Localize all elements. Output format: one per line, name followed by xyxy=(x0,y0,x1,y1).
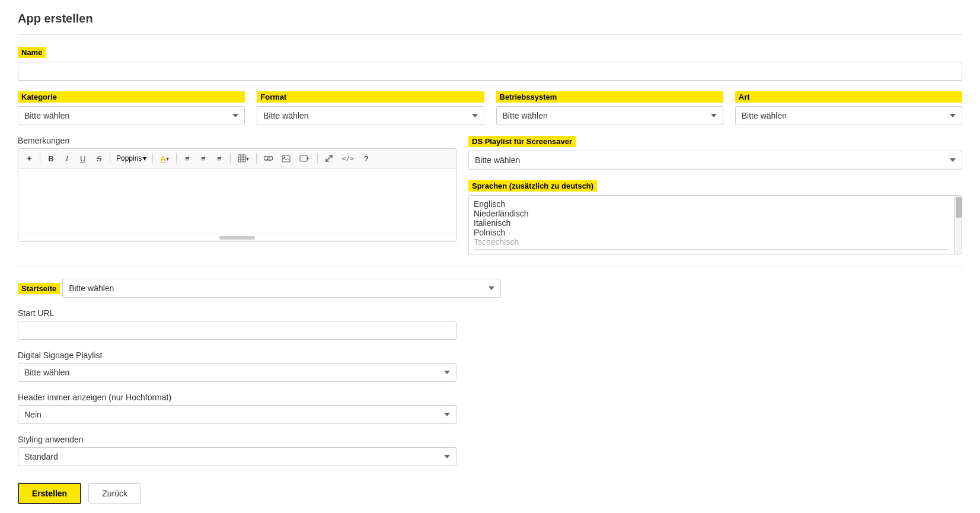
svg-rect-7 xyxy=(300,155,307,161)
sprachen-col: Sprachen (zusätzlich zu deutsch) Englisc… xyxy=(468,180,962,254)
digital-signage-section: Digital Signage Playlist Bitte wählen xyxy=(18,351,962,382)
table-icon xyxy=(238,154,246,162)
bemerkungen-col: Bemerkungen ✦ B I U S Poppins ▾ A ▾ xyxy=(18,136,457,254)
startseite-label: Startseite xyxy=(18,283,60,294)
toolbar-sep-3 xyxy=(152,153,153,164)
sprachen-listbox[interactable]: Englisch Niederländisch Italienisch Poln… xyxy=(468,195,954,254)
starturl-label: Start URL xyxy=(18,308,962,318)
image-icon xyxy=(282,155,291,162)
toolbar-strikethrough-btn[interactable]: S xyxy=(92,151,106,165)
sprachen-scroll-thumb xyxy=(956,197,962,218)
name-input[interactable] xyxy=(18,62,962,81)
header-label: Header immer anzeigen (nur Hochformat) xyxy=(18,393,962,402)
editor-toolbar: ✦ B I U S Poppins ▾ A ▾ ≡ ≡ ≡ xyxy=(18,148,457,168)
kategorie-label: Kategorie xyxy=(18,91,245,103)
toolbar-link-btn[interactable] xyxy=(260,151,276,165)
bemerkungen-row: Bemerkungen ✦ B I U S Poppins ▾ A ▾ xyxy=(18,136,962,254)
ds-playlist-select[interactable]: Bitte wählen xyxy=(468,151,962,170)
starturl-input[interactable] xyxy=(18,321,457,340)
toolbar-code-btn[interactable]: </> xyxy=(339,151,357,165)
toolbar-magic-btn[interactable]: ✦ xyxy=(22,151,36,165)
art-select[interactable]: Bitte wählen xyxy=(735,106,962,125)
toolbar-image-btn[interactable] xyxy=(278,151,294,165)
page-title: App erstellen xyxy=(18,12,962,35)
toolbar-sep-1 xyxy=(40,153,40,164)
format-label: Format xyxy=(257,91,484,103)
dropdowns-row: Kategorie Bitte wählen Format Bitte wähl… xyxy=(18,91,962,125)
name-label-badge: Name xyxy=(18,47,46,58)
toolbar-sep-7 xyxy=(317,153,318,164)
zurueck-button[interactable]: Zurück xyxy=(88,483,141,504)
art-label: Art xyxy=(735,91,962,103)
action-buttons-row: Erstellen Zurück xyxy=(18,483,962,504)
toolbar-align-right-btn[interactable]: ≡ xyxy=(212,151,226,165)
toolbar-bold-btn[interactable]: B xyxy=(44,151,58,165)
sprachen-scrollbar xyxy=(954,195,962,254)
toolbar-color-btn[interactable]: A ▾ xyxy=(157,151,172,165)
toolbar-align-left-btn[interactable]: ≡ xyxy=(180,151,194,165)
toolbar-sep-2 xyxy=(110,153,110,164)
toolbar-resize-btn[interactable] xyxy=(321,151,337,165)
toolbar-sep-4 xyxy=(176,153,177,164)
lang-item-niederlaendisch[interactable]: Niederländisch xyxy=(474,209,949,218)
toolbar-underline-btn[interactable]: U xyxy=(76,151,90,165)
header-select[interactable]: Nein Ja xyxy=(18,405,457,424)
toolbar-font-dropdown[interactable]: Poppins ▾ xyxy=(114,151,149,165)
styling-select[interactable]: Standard xyxy=(18,447,457,466)
lang-item-polnisch[interactable]: Polnisch xyxy=(474,228,949,237)
toolbar-align-center-btn[interactable]: ≡ xyxy=(196,151,210,165)
svg-rect-0 xyxy=(238,155,245,162)
link-icon xyxy=(264,155,273,161)
toolbar-media-btn[interactable] xyxy=(296,151,314,165)
digital-signage-label: Digital Signage Playlist xyxy=(18,351,962,360)
editor-area xyxy=(18,168,457,242)
toolbar-font-arrow: ▾ xyxy=(143,154,146,162)
sprachen-label: Sprachen (zusätzlich zu deutsch) xyxy=(468,180,597,192)
starturl-section: Start URL xyxy=(18,308,962,340)
media-icon xyxy=(299,155,310,162)
betriebssystem-select[interactable]: Bitte wählen xyxy=(496,106,723,125)
startseite-select[interactable]: Bitte wählen xyxy=(62,279,501,298)
ds-playlist-col: DS Playlist für Screensaver Bitte wählen xyxy=(468,136,962,170)
sprachen-listbox-row: Englisch Niederländisch Italienisch Poln… xyxy=(468,195,962,254)
table-arrow: ▾ xyxy=(246,155,249,162)
header-section: Header immer anzeigen (nur Hochformat) N… xyxy=(18,393,962,424)
toolbar-sep-6 xyxy=(256,153,257,164)
startseite-section: Startseite Bitte wählen xyxy=(18,279,962,298)
styling-label: Styling anwenden xyxy=(18,435,962,444)
art-col: Art Bitte wählen xyxy=(735,91,962,125)
bemerkungen-label: Bemerkungen xyxy=(18,136,457,145)
lang-item-italienisch[interactable]: Italienisch xyxy=(474,218,949,228)
kategorie-select[interactable]: Bitte wählen xyxy=(18,106,245,125)
editor-scroll-handle xyxy=(219,236,255,240)
toolbar-sep-5 xyxy=(230,153,231,164)
betriebssystem-label: Betriebssystem xyxy=(496,91,723,103)
lang-item-englisch[interactable]: Englisch xyxy=(474,199,949,209)
betriebssystem-col: Betriebssystem Bitte wählen xyxy=(496,91,723,125)
editor-scrollbar xyxy=(18,234,456,241)
right-panel: DS Playlist für Screensaver Bitte wählen… xyxy=(468,136,962,254)
format-select[interactable]: Bitte wählen xyxy=(257,106,484,125)
toolbar-font-label: Poppins xyxy=(116,154,142,162)
format-col: Format Bitte wählen xyxy=(257,91,484,125)
digital-signage-select[interactable]: Bitte wählen xyxy=(18,363,457,382)
section-divider xyxy=(18,266,962,267)
kategorie-col: Kategorie Bitte wählen xyxy=(18,91,245,125)
erstellen-button[interactable]: Erstellen xyxy=(18,483,81,504)
toolbar-table-btn[interactable]: ▾ xyxy=(234,151,253,165)
toolbar-color-arrow: ▾ xyxy=(166,155,169,162)
resize-icon xyxy=(325,154,333,162)
ds-playlist-label: DS Playlist für Screensaver xyxy=(468,136,576,147)
toolbar-italic-btn[interactable]: I xyxy=(60,151,74,165)
page-container: App erstellen Name Kategorie Bitte wähle… xyxy=(0,0,980,513)
editor-content[interactable] xyxy=(18,168,456,234)
styling-section: Styling anwenden Standard xyxy=(18,435,962,466)
lang-item-tschechisch[interactable]: Tschechisch xyxy=(474,237,949,250)
name-section: Name xyxy=(18,47,962,81)
toolbar-help-btn[interactable]: ? xyxy=(359,151,374,165)
